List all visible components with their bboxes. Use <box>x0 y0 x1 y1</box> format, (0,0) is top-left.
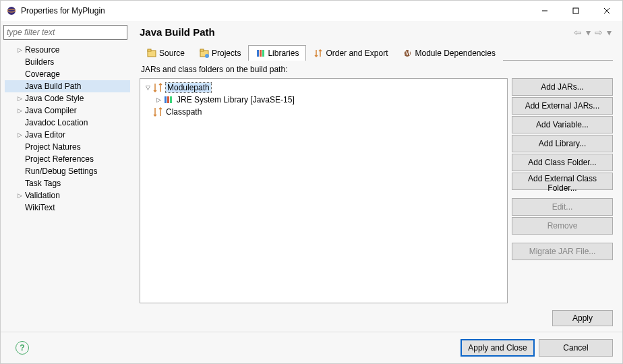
svg-rect-18 <box>170 96 172 103</box>
nav-arrows: ⇦ ▾ ⇨ ▾ <box>572 27 613 38</box>
tab[interactable]: Projects <box>192 45 248 61</box>
edit-button: Edit... <box>512 198 613 216</box>
jre-icon <box>163 94 174 105</box>
tab-label: Order and Export <box>326 49 388 58</box>
sidebar-item-label: Project Natures <box>24 142 81 152</box>
add-library-button[interactable]: Add Library... <box>512 135 613 152</box>
tab-label: Source <box>159 49 185 58</box>
cancel-button[interactable]: Cancel <box>539 339 613 357</box>
tab-label: Module Dependencies <box>415 49 495 58</box>
window-title: Properties for MyPlugin <box>21 6 529 16</box>
migrate-jar-button: Migrate JAR File... <box>512 243 613 260</box>
path-icon <box>152 107 163 117</box>
path-tree-item[interactable]: ▽Modulepath <box>143 82 504 94</box>
sidebar-item-label: Project References <box>24 154 94 164</box>
svg-text:M: M <box>404 49 411 57</box>
maximize-button[interactable] <box>560 1 591 21</box>
minimize-button[interactable] <box>529 1 560 21</box>
expand-icon[interactable]: ▷ <box>154 96 163 103</box>
sidebar-item-label: Task Tags <box>24 179 61 188</box>
sidebar-item-label: Java Editor <box>24 130 65 140</box>
properties-dialog: Properties for MyPlugin ▷ResourceBuilder… <box>0 0 623 364</box>
path-tree-item-label: Modulepath <box>166 83 211 92</box>
sidebar-item-label: Validation <box>24 191 60 200</box>
tab[interactable]: MModule Dependencies <box>395 45 502 61</box>
apply-button[interactable]: Apply <box>552 310 613 326</box>
add-variable-button[interactable]: Add Variable... <box>512 116 613 133</box>
category-tree[interactable]: ▷ResourceBuildersCoverageJava Build Path… <box>1 44 130 214</box>
sidebar-item[interactable]: WikiText <box>5 202 130 214</box>
close-button[interactable] <box>591 1 622 21</box>
nav-back-icon[interactable]: ⇦ <box>572 27 583 38</box>
sidebar-item[interactable]: Builders <box>5 56 130 68</box>
order-icon <box>314 49 323 58</box>
module-icon: M <box>403 49 412 58</box>
sidebar-item-label: Run/Debug Settings <box>24 166 97 176</box>
nav-forward-icon[interactable]: ⇨ <box>593 27 604 38</box>
tab[interactable]: Libraries <box>248 45 306 61</box>
svg-rect-9 <box>200 49 204 51</box>
path-tree-item-label: JRE System Library [JavaSE-15] <box>177 95 295 104</box>
filter-container <box>3 25 127 40</box>
svg-rect-11 <box>257 50 259 57</box>
sidebar-item[interactable]: ▷Resource <box>5 44 130 56</box>
sidebar: ▷ResourceBuildersCoverageJava Build Path… <box>1 21 130 332</box>
sidebar-item[interactable]: ▷Validation <box>5 189 130 202</box>
sidebar-item[interactable]: ▷Java Editor <box>5 129 130 141</box>
tab-label: Projects <box>212 49 241 58</box>
remove-button: Remove <box>512 217 613 235</box>
description-label: JARs and class folders on the build path… <box>140 61 613 78</box>
expand-icon[interactable]: ▷ <box>16 107 24 114</box>
sidebar-item[interactable]: Javadoc Location <box>5 117 130 129</box>
path-tree-item[interactable]: Classpath <box>143 106 504 118</box>
sidebar-item-label: Java Build Path <box>24 82 81 91</box>
add-external-class-folder-button[interactable]: Add External Class Folder... <box>512 173 613 190</box>
expand-icon[interactable]: ▷ <box>16 47 24 53</box>
expand-icon[interactable]: ▷ <box>16 131 24 138</box>
add-jars-button[interactable]: Add JARs... <box>512 78 613 96</box>
help-icon[interactable]: ? <box>16 341 29 355</box>
svg-rect-16 <box>165 96 167 103</box>
expand-icon[interactable]: ▷ <box>16 192 24 199</box>
button-column: Add JARs... Add External JARs... Add Var… <box>512 78 613 303</box>
path-icon <box>152 82 163 93</box>
sidebar-item[interactable]: Task Tags <box>5 177 130 189</box>
titlebar: Properties for MyPlugin <box>1 1 622 21</box>
svg-rect-3 <box>573 8 578 13</box>
path-tree-item[interactable]: ▷JRE System Library [JavaSE-15] <box>143 94 504 106</box>
sidebar-item[interactable]: Coverage <box>5 68 130 80</box>
tab[interactable]: Source <box>140 45 192 61</box>
sidebar-item-label: Java Code Style <box>24 94 84 103</box>
build-path-tree[interactable]: ▽Modulepath▷JRE System Library [JavaSE-1… <box>140 78 508 303</box>
sidebar-item[interactable]: Java Build Path <box>5 80 130 92</box>
sidebar-item-label: WikiText <box>24 203 55 212</box>
sidebar-item-label: Javadoc Location <box>24 118 88 127</box>
nav-back-menu-icon[interactable]: ▾ <box>585 27 592 38</box>
svg-rect-17 <box>167 96 169 103</box>
tab[interactable]: Order and Export <box>306 45 395 61</box>
sidebar-item[interactable]: Project Natures <box>5 141 130 153</box>
sidebar-item-label: Builders <box>24 57 54 67</box>
add-external-jars-button[interactable]: Add External JARs... <box>512 97 613 115</box>
svg-rect-7 <box>148 49 151 51</box>
sidebar-item-label: Resource <box>24 45 59 55</box>
filter-input[interactable] <box>3 25 127 40</box>
tab-bar: SourceProjectsLibrariesOrder and ExportM… <box>140 44 613 61</box>
apply-and-close-button[interactable]: Apply and Close <box>461 339 535 357</box>
dialog-footer: ? Apply and Close Cancel <box>1 332 622 363</box>
sidebar-item-label: Coverage <box>24 69 60 79</box>
collapse-icon[interactable]: ▽ <box>143 84 152 91</box>
libraries-icon <box>256 49 265 58</box>
page-header: Java Build Path ⇦ ▾ ⇨ ▾ <box>130 21 622 44</box>
svg-rect-12 <box>260 50 262 57</box>
sidebar-item[interactable]: ▷Java Compiler <box>5 104 130 117</box>
sidebar-item[interactable]: Run/Debug Settings <box>5 165 130 177</box>
nav-forward-menu-icon[interactable]: ▾ <box>605 27 613 38</box>
sidebar-item[interactable]: Project References <box>5 153 130 165</box>
eclipse-icon <box>6 5 17 16</box>
expand-icon[interactable]: ▷ <box>16 95 24 102</box>
tab-label: Libraries <box>268 49 299 58</box>
path-tree-item-label: Classpath <box>166 107 202 117</box>
sidebar-item[interactable]: ▷Java Code Style <box>5 92 130 104</box>
add-class-folder-button[interactable]: Add Class Folder... <box>512 154 613 171</box>
